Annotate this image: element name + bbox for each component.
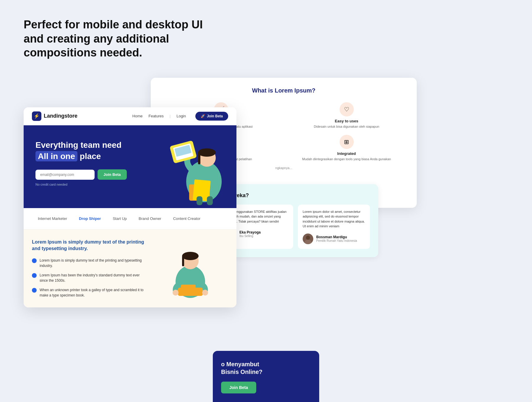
list-dot-2 [32, 273, 37, 278]
email-row: Join Beta [35, 169, 225, 180]
feature-integrated: ⊞ Integrated Mudah diintegrasikan dengan… [288, 135, 405, 161]
cta-dark-section: o Menyambut Bisnis Online? Join Beta [213, 351, 319, 402]
hero-highlight: All in one [35, 151, 77, 161]
page-wrapper: Perfect for mobile and desktop UI and cr… [0, 0, 532, 402]
svg-point-4 [306, 236, 310, 240]
svg-point-27 [202, 290, 208, 296]
what-lorem-title: What is Lorem Ipsum? [163, 87, 405, 94]
list-text-3: When an unknown printer took a galley of… [40, 287, 145, 298]
tab-drop-shiper[interactable]: Drop Shiper [73, 214, 107, 223]
hero-line2: All in one place [35, 152, 225, 161]
list-item-3: When an unknown printer took a galley of… [32, 287, 145, 298]
page-headline: Perfect for mobile and desktop UI and cr… [24, 18, 231, 60]
hero-join-beta-button[interactable]: Join Beta [98, 169, 127, 180]
brand: ⚡ Landingstore [32, 111, 132, 121]
tab-internet-marketer[interactable]: Internet Marketer [32, 214, 73, 223]
content-section: Lorem Ipsum is simply dummy text of the … [24, 229, 236, 308]
svg-point-26 [173, 290, 179, 296]
tab-start-up[interactable]: Start Up [107, 214, 133, 223]
feature-easy-to-use: ♡ Easy to uses Didesain untuk bisa digun… [288, 102, 405, 129]
svg-rect-19 [207, 196, 213, 205]
nav-links: Home Features | Login 🚀 Join Beta [132, 112, 228, 121]
testimonials-section: ta Mereka? Sak menggunakan STORE aktifit… [213, 184, 378, 257]
list-text-1: Lorem Ipsum is simply dummy text of the … [40, 258, 145, 268]
headline-line1: Perfect for mobile and desktop UI [24, 18, 231, 32]
feature-title-2: Easy to uses [335, 119, 359, 123]
list-item-2: Lorem Ipsum has been the industry's stan… [32, 273, 145, 283]
testimonial-card-2: Lorem ipsum dolor sit amet, consectetur … [298, 205, 370, 249]
brand-icon: ⚡ [32, 111, 41, 121]
feature-desc-2: Didesain untuk bisa digunakan oleh siapa… [314, 124, 379, 129]
svg-rect-23 [182, 256, 184, 266]
content-list: Lorem Ipsum is simply dummy text of the … [32, 258, 145, 298]
author-name-1: Eka Prayoga [239, 230, 261, 234]
cta-title: o Menyambut Bisnis Online? [221, 360, 311, 376]
author-role-2: Pemilik Rumah Yaitu Indonesia [316, 239, 357, 242]
cta-join-button[interactable]: Join Beta [221, 382, 256, 393]
rocket-icon: 🚀 [201, 114, 205, 118]
feature-desc-4: Mudah diintegrasikan dengan tools yang b… [302, 157, 391, 161]
content-text: Lorem Ipsum is simply dummy text of the … [32, 239, 145, 298]
nav-join-beta-label: Join Beta [207, 114, 223, 118]
headline-line2: and creating any additional compositions… [24, 32, 231, 60]
heart-icon: ♡ [340, 102, 354, 116]
brand-lightning-icon: ⚡ [34, 113, 40, 119]
navbar: ⚡ Landingstore Home Features | Login 🚀 J… [24, 107, 236, 125]
list-dot-1 [32, 258, 37, 263]
composition: What is Lorem Ipsum? 🛒 All in One Kebutu… [24, 78, 508, 402]
testimonial-cards: Sak menggunakan STORE aktifitas jualan j… [221, 205, 370, 249]
content-title: Lorem Ipsum is simply dummy text of the … [32, 239, 145, 252]
author-info-1: Eka Prayoga Ibu Selling [239, 230, 261, 238]
tab-brand-owner[interactable]: Brand Owner [133, 214, 167, 223]
nav-join-beta-button[interactable]: 🚀 Join Beta [195, 112, 228, 121]
svg-rect-25 [181, 285, 196, 289]
brand-name: Landingstore [44, 113, 77, 119]
nav-divider: | [170, 114, 171, 118]
no-cc-text: No credit card needed [35, 183, 225, 186]
layers-icon: ⊞ [340, 135, 354, 149]
testimonial-author-2: Bossman Mardigu Pemilik Rumah Yaitu Indo… [303, 234, 365, 244]
nav-features[interactable]: Features [148, 114, 163, 118]
hero-line1: Everything team need [35, 140, 225, 150]
hero-section: Everything team need All in one place Jo… [24, 125, 236, 208]
tab-content-creator[interactable]: Content Creator [167, 214, 207, 223]
tabs-section: Internet Marketer Drop Shiper Start Up B… [24, 208, 236, 229]
hero-text: Everything team need All in one place Jo… [35, 140, 225, 187]
avatar-2 [303, 234, 313, 244]
author-role-1: Ibu Selling [239, 234, 261, 238]
nav-home[interactable]: Home [132, 114, 143, 118]
content-image [153, 239, 228, 298]
svg-point-22 [182, 252, 199, 260]
email-input[interactable] [35, 170, 95, 180]
main-landing-card: ⚡ Landingstore Home Features | Login 🚀 J… [24, 107, 236, 308]
author-info-2: Bossman Mardigu Pemilik Rumah Yaitu Indo… [316, 235, 357, 242]
testimonial-text-2: Lorem ipsum dolor sit amet, consectetur … [303, 209, 365, 229]
svg-rect-18 [197, 196, 202, 205]
nav-login[interactable]: Login [176, 114, 186, 118]
list-item-1: Lorem Ipsum is simply dummy text of the … [32, 258, 145, 268]
testimonials-title: ta Mereka? [221, 192, 370, 199]
list-dot-3 [32, 288, 37, 293]
feature-title-4: Integrated [337, 151, 356, 156]
hero-rest: place [77, 152, 101, 161]
list-text-2: Lorem Ipsum has been the industry's stan… [40, 273, 145, 283]
author-name-2: Bossman Mardigu [316, 235, 357, 239]
